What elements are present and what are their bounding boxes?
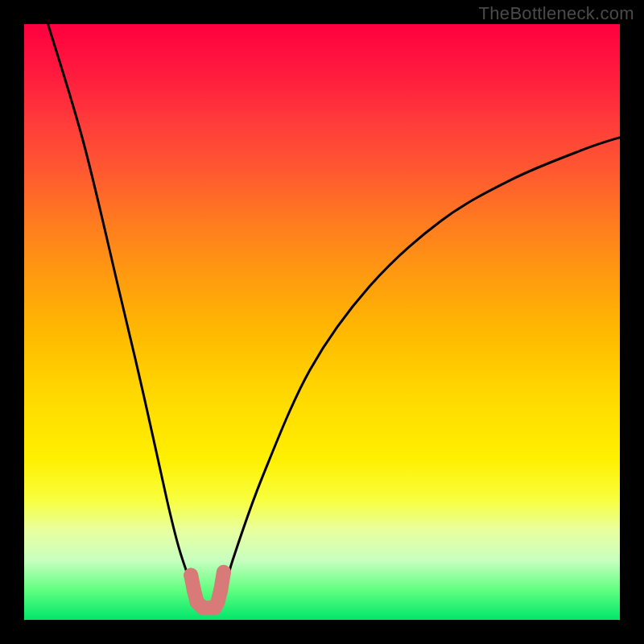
chart-svg bbox=[24, 24, 620, 620]
svg-point-8 bbox=[217, 565, 231, 580]
chart-frame: TheBottleneck.com bbox=[0, 0, 644, 644]
watermark-label: TheBottleneck.com bbox=[479, 3, 634, 24]
bottleneck-curve bbox=[48, 24, 620, 609]
highlight-marks bbox=[184, 565, 231, 608]
svg-point-7 bbox=[184, 568, 198, 583]
